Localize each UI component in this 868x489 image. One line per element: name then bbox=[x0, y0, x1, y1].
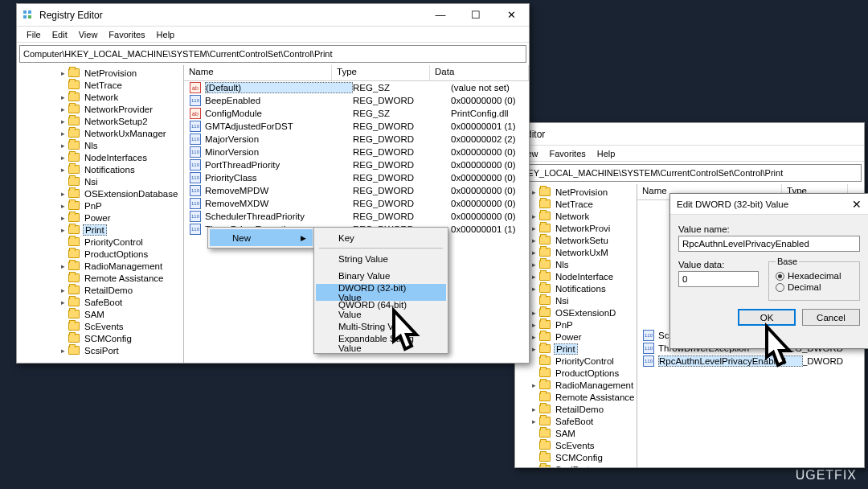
tree-item[interactable]: ▸Print bbox=[515, 343, 637, 355]
context-menu[interactable]: New▶ bbox=[207, 227, 315, 249]
ctx-item[interactable]: String Value bbox=[316, 250, 446, 267]
tree-item[interactable]: ▸OSExtensionD bbox=[515, 306, 637, 318]
expand-icon[interactable]: ▸ bbox=[57, 117, 68, 125]
expand-icon[interactable]: ▸ bbox=[57, 286, 68, 294]
expand-icon[interactable]: ▸ bbox=[57, 226, 68, 234]
value-row[interactable]: 110PortThreadPriorityREG_DWORD0x00000000… bbox=[184, 158, 529, 171]
tree-item[interactable]: ▸OSExtensionDatabase bbox=[17, 187, 183, 199]
minimize-button[interactable]: — bbox=[423, 4, 458, 27]
expand-icon[interactable]: ▸ bbox=[57, 93, 68, 101]
tree-item[interactable]: Remote Assistance bbox=[515, 391, 637, 403]
expand-icon[interactable]: ▸ bbox=[57, 214, 68, 222]
titlebar[interactable]: Registry Editor — ☐ ✕ bbox=[17, 4, 529, 27]
tree-item[interactable]: ▸NetProvision bbox=[17, 67, 183, 79]
expand-icon[interactable]: ▸ bbox=[57, 129, 68, 138]
expand-icon[interactable]: ▸ bbox=[528, 224, 539, 232]
value-row[interactable]: 110GMTAdjustedForDSTREG_DWORD0x00000001 … bbox=[184, 120, 529, 133]
tree-item[interactable]: ScEvents bbox=[515, 439, 637, 451]
ctx-item[interactable]: Multi-String Value bbox=[316, 318, 446, 335]
value-row[interactable]: 110PriorityClassREG_DWORD0x00000000 (0) bbox=[184, 171, 529, 184]
value-row[interactable]: abConfigModuleREG_SZPrintConfig.dll bbox=[184, 107, 529, 120]
tree-item[interactable]: ▸Power bbox=[17, 212, 183, 224]
expand-icon[interactable]: ▸ bbox=[528, 405, 539, 413]
list-header[interactable]: Name Type Data bbox=[184, 65, 529, 81]
ok-button[interactable]: OK bbox=[738, 309, 796, 326]
expand-icon[interactable]: ▸ bbox=[57, 262, 68, 270]
expand-icon[interactable]: ▸ bbox=[528, 261, 539, 269]
tree-item[interactable]: ▸RadioManagement bbox=[17, 260, 183, 272]
registry-tree[interactable]: ▸NetProvisionNetTrace▸Network▸NetworkPro… bbox=[17, 65, 184, 363]
maximize-button[interactable]: ☐ bbox=[458, 4, 493, 27]
ctx-item[interactable]: QWORD (64-bit) Value bbox=[316, 301, 446, 318]
tree-item[interactable]: NetTrace bbox=[515, 198, 637, 210]
tree-item[interactable]: ▸PnP bbox=[17, 199, 183, 212]
value-data-input[interactable] bbox=[678, 271, 759, 287]
menu-file[interactable]: File bbox=[22, 28, 46, 41]
menu-view[interactable]: View bbox=[74, 28, 103, 41]
value-row[interactable]: ab(Default)REG_SZ(value not set) bbox=[184, 81, 529, 94]
tree-item[interactable]: SCMConfig bbox=[17, 332, 183, 344]
tree-item[interactable]: ProductOptions bbox=[515, 367, 637, 379]
tree-item[interactable]: ▸NetworkProvi bbox=[515, 222, 637, 234]
tree-item[interactable]: ▸RetailDemo bbox=[515, 403, 637, 415]
tree-item[interactable]: SAM bbox=[515, 427, 637, 439]
expand-icon[interactable]: ▸ bbox=[57, 154, 68, 162]
tree-item[interactable]: ▸NetProvision bbox=[515, 186, 637, 198]
tree-item[interactable]: ▸PnP bbox=[515, 318, 637, 331]
tree-item[interactable]: Nsi bbox=[515, 294, 637, 306]
tree-item[interactable]: ▸Nls bbox=[515, 258, 637, 270]
expand-icon[interactable]: ▸ bbox=[528, 309, 539, 317]
tree-item[interactable]: ▸RadioManagement bbox=[515, 379, 637, 391]
tree-item[interactable]: ▸RetailDemo bbox=[17, 284, 183, 296]
expand-icon[interactable]: ▸ bbox=[528, 333, 539, 341]
col-name[interactable]: Name bbox=[184, 65, 332, 80]
close-icon[interactable]: ✕ bbox=[852, 198, 862, 211]
tree-item[interactable]: ScEvents bbox=[17, 320, 183, 332]
cancel-button[interactable]: Cancel bbox=[802, 309, 860, 326]
tree-item[interactable]: PriorityControl bbox=[17, 236, 183, 248]
value-row[interactable]: 110RemoveMPDWREG_DWORD0x00000000 (0) bbox=[184, 184, 529, 197]
tree-item[interactable]: ▸Notifications bbox=[515, 282, 637, 294]
tree-item[interactable]: ▸ScsiPort bbox=[515, 463, 637, 467]
tree-item[interactable]: ▸Nls bbox=[17, 139, 183, 151]
ctx-new[interactable]: New▶ bbox=[210, 229, 313, 246]
menu-favorites[interactable]: Favorites bbox=[545, 147, 591, 160]
tree-item[interactable]: ▸Power bbox=[515, 331, 637, 343]
expand-icon[interactable]: ▸ bbox=[57, 166, 68, 174]
titlebar[interactable]: Editor bbox=[515, 123, 864, 146]
value-row[interactable]: 110RemoveMXDWREG_DWORD0x00000000 (0) bbox=[184, 197, 529, 210]
menu-edit[interactable]: Edit bbox=[47, 28, 72, 41]
address-bar[interactable]: KEY_LOCAL_MACHINE\SYSTEM\CurrentControlS… bbox=[518, 164, 862, 182]
col-data[interactable]: Data bbox=[430, 65, 529, 80]
tree-item[interactable]: ▸ScsiPort bbox=[17, 344, 183, 356]
tree-item[interactable]: ▸NodeInterface bbox=[515, 270, 637, 282]
value-row[interactable]: 110BeepEnabledREG_DWORD0x00000000 (0) bbox=[184, 94, 529, 107]
expand-icon[interactable]: ▸ bbox=[57, 202, 68, 210]
expand-icon[interactable]: ▸ bbox=[528, 285, 539, 293]
ctx-item[interactable]: Expandable String Value bbox=[316, 335, 446, 351]
value-row[interactable]: 110RpcAuthnLevelPrivacyEnabled bbox=[637, 355, 803, 368]
tree-item[interactable]: ▸NetworkSetu bbox=[515, 234, 637, 246]
value-row[interactable]: 110MajorVersionREG_DWORD0x00000002 (2) bbox=[184, 133, 529, 146]
tree-item[interactable]: ▸Notifications bbox=[17, 163, 183, 175]
value-name-input[interactable] bbox=[678, 236, 860, 252]
close-button[interactable]: ✕ bbox=[493, 4, 529, 27]
tree-item[interactable]: NetTrace bbox=[17, 79, 183, 91]
expand-icon[interactable]: ▸ bbox=[57, 142, 68, 150]
expand-icon[interactable]: ▸ bbox=[528, 212, 539, 220]
dialog-titlebar[interactable]: Edit DWORD (32-bit) Value ✕ bbox=[670, 194, 868, 215]
tree-item[interactable]: PriorityControl bbox=[515, 355, 637, 367]
expand-icon[interactable]: ▸ bbox=[528, 345, 539, 353]
expand-icon[interactable]: ▸ bbox=[528, 417, 539, 425]
ctx-item[interactable]: Key bbox=[316, 229, 446, 246]
radio-dec[interactable]: Decimal bbox=[776, 282, 853, 292]
expand-icon[interactable]: ▸ bbox=[528, 466, 539, 468]
tree-item[interactable]: ▸Network bbox=[17, 91, 183, 103]
tree-item[interactable]: ▸NetworkUxM bbox=[515, 246, 637, 258]
expand-icon[interactable]: ▸ bbox=[528, 273, 539, 281]
tree-item[interactable]: Nsi bbox=[17, 175, 183, 187]
expand-icon[interactable]: ▸ bbox=[57, 105, 68, 113]
context-submenu-new[interactable]: KeyString ValueBinary ValueDWORD (32-bit… bbox=[313, 227, 448, 354]
tree-item[interactable]: ▸SafeBoot bbox=[515, 415, 637, 427]
menu-help[interactable]: Help bbox=[152, 28, 180, 41]
